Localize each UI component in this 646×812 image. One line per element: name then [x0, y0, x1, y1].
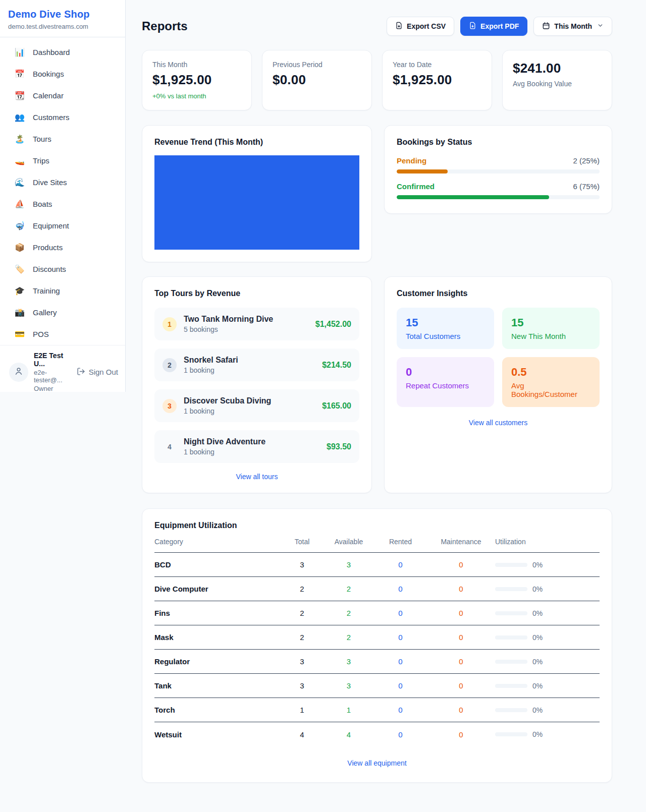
stat-value: $0.00: [273, 72, 361, 88]
equipment-total-cell: 4: [281, 730, 324, 739]
sidebar: Demo Dive Shop demo.test.divestreams.com…: [0, 0, 126, 392]
export-csv-button[interactable]: Export CSV: [387, 17, 454, 36]
equipment-category-cell: Mask: [154, 633, 281, 642]
equipment-maintenance-cell: 0: [427, 609, 495, 617]
status-row: Confirmed6 (75%): [397, 182, 600, 199]
speedboat-icon: 🚤: [14, 156, 25, 165]
sidebar-item-label: Calendar: [33, 91, 64, 100]
equipment-available-cell: 2: [324, 585, 374, 593]
equipment-utilization-cell: 0%: [495, 658, 600, 666]
sidebar-item-customers[interactable]: 👥Customers: [0, 106, 125, 128]
column-header-rented: Rented: [374, 538, 427, 546]
sailboat-icon: ⛵: [14, 199, 25, 209]
equipment-total-cell: 3: [281, 560, 324, 569]
insight-value: 0: [406, 366, 485, 379]
column-header-total: Total: [281, 538, 324, 546]
sidebar-item-bookings[interactable]: 📅Bookings: [0, 63, 125, 85]
utilization-percent: 0%: [532, 585, 543, 593]
sidebar-item-equipment[interactable]: 🤿Equipment: [0, 215, 125, 237]
sidebar-item-training[interactable]: 🎓Training: [0, 280, 125, 302]
customer-insights-title: Customer Insights: [397, 289, 600, 298]
status-label: Pending: [397, 156, 426, 165]
table-row: BCD33000%: [154, 553, 600, 577]
equipment-rented-cell: 0: [374, 609, 427, 617]
export-csv-label: Export CSV: [407, 22, 446, 30]
utilization-percent: 0%: [532, 730, 543, 738]
tour-name: Night Dive Adventure: [184, 437, 319, 446]
stats-row: This Month $1,925.00 +0% vs last month P…: [142, 50, 612, 110]
view-all-equipment-link[interactable]: View all equipment: [154, 759, 600, 767]
equipment-maintenance-cell: 0: [427, 633, 495, 642]
sidebar-item-discounts[interactable]: 🏷️Discounts: [0, 258, 125, 280]
sidebar-item-label: Equipment: [33, 221, 69, 230]
tour-list: 1Two Tank Morning Dive5 bookings$1,452.0…: [154, 308, 359, 463]
utilization-bar-track: [495, 635, 527, 640]
sidebar-user-footer: E2E Test U... e2e-tester@... Owner Sign …: [0, 345, 125, 398]
sidebar-item-pos[interactable]: 💳POS: [0, 323, 125, 345]
insight-tiles: 15Total Customers15New This Month0Repeat…: [397, 308, 600, 407]
status-bar-track: [397, 169, 600, 173]
utilization-percent: 0%: [532, 609, 543, 617]
equipment-utilization-cell: 0%: [495, 585, 600, 593]
sidebar-item-label: Tours: [33, 135, 51, 143]
sidebar-item-calendar[interactable]: 📆Calendar: [0, 85, 125, 106]
person-icon: [14, 366, 24, 378]
equipment-category-cell: Wetsuit: [154, 730, 281, 739]
revenue-trend-chart: [154, 155, 359, 250]
revenue-trend-card: Revenue Trend (This Month): [142, 125, 372, 262]
sidebar-item-gallery[interactable]: 📸Gallery: [0, 302, 125, 323]
shop-name: Demo Dive Shop: [8, 9, 117, 20]
sidebar-item-label: Products: [33, 243, 63, 252]
period-dropdown[interactable]: This Month: [533, 17, 612, 36]
equipment-category-cell: Fins: [154, 609, 281, 617]
bookings-by-status-card: Bookings by Status Pending2 (25%)Confirm…: [384, 125, 612, 214]
sidebar-item-label: Bookings: [33, 70, 64, 78]
sidebar-item-tours[interactable]: 🏝️Tours: [0, 128, 125, 150]
tour-revenue: $1,452.00: [315, 320, 351, 329]
view-all-tours-link[interactable]: View all tours: [154, 473, 359, 481]
equipment-utilization-cell: 0%: [495, 561, 600, 569]
island-icon: 🏝️: [14, 134, 25, 144]
revenue-trend-title: Revenue Trend (This Month): [154, 138, 359, 147]
stat-card-avg-booking-value: $241.00 Avg Booking Value: [502, 50, 612, 110]
status-count: 6 (75%): [573, 182, 600, 191]
equipment-available-cell: 2: [324, 633, 374, 642]
export-pdf-button[interactable]: Export PDF: [460, 17, 527, 36]
calendar-icon: 📅: [14, 69, 25, 79]
lists-row: Top Tours by Revenue 1Two Tank Morning D…: [142, 276, 612, 493]
sidebar-item-dashboard[interactable]: 📊Dashboard: [0, 41, 125, 63]
export-pdf-label: Export PDF: [480, 22, 519, 30]
table-row: Tank33000%: [154, 674, 600, 698]
column-header-maintenance: Maintenance: [427, 538, 495, 546]
equipment-category-cell: Torch: [154, 706, 281, 714]
status-bar-fill: [397, 169, 448, 173]
sidebar-item-dive-sites[interactable]: 🌊Dive Sites: [0, 171, 125, 193]
tour-name: Two Tank Morning Dive: [184, 315, 308, 324]
equipment-rented-cell: 0: [374, 657, 427, 666]
equipment-total-cell: 2: [281, 585, 324, 593]
tour-name: Snorkel Safari: [184, 356, 315, 365]
tour-revenue: $93.50: [327, 442, 351, 451]
graduation-cap-icon: 🎓: [14, 286, 25, 296]
status-bar-track: [397, 195, 600, 199]
file-download-icon: [395, 22, 403, 31]
sidebar-item-boats[interactable]: ⛵Boats: [0, 193, 125, 215]
insight-value: 15: [511, 316, 590, 329]
header-actions: Export CSV Export PDF This Month: [387, 17, 612, 36]
view-all-customers-link[interactable]: View all customers: [397, 419, 600, 427]
insight-label: New This Month: [511, 332, 590, 340]
sidebar-item-products[interactable]: 📦Products: [0, 237, 125, 258]
period-label: This Month: [554, 22, 592, 30]
stat-value: $1,925.00: [152, 72, 241, 88]
sidebar-item-trips[interactable]: 🚤Trips: [0, 150, 125, 171]
utilization-bar-track: [495, 587, 527, 591]
sign-out-button[interactable]: Sign Out: [77, 367, 118, 377]
tour-bookings: 1 booking: [184, 366, 315, 374]
equipment-available-cell: 2: [324, 609, 374, 617]
rank-badge: 3: [163, 399, 177, 413]
equipment-total-cell: 1: [281, 706, 324, 714]
shop-domain: demo.test.divestreams.com: [8, 23, 117, 30]
equipment-rented-cell: 0: [374, 633, 427, 642]
rank-badge: 4: [163, 440, 177, 454]
equipment-maintenance-cell: 0: [427, 585, 495, 593]
